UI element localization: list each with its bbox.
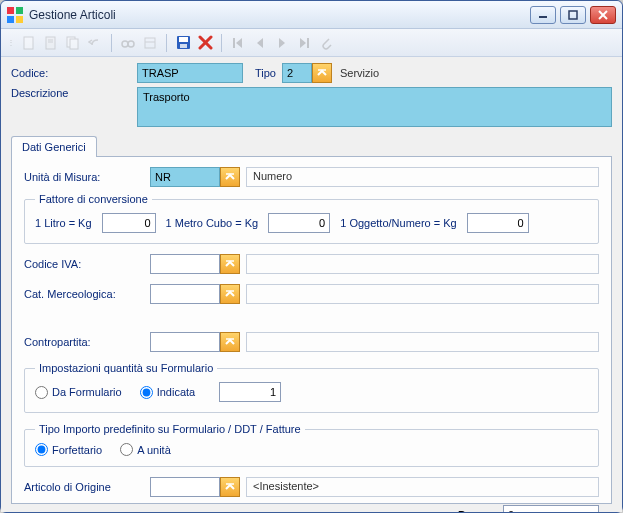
- radio-da-formulario-label: Da Formulario: [52, 386, 122, 398]
- iva-input[interactable]: [150, 254, 220, 274]
- copy-icon: [66, 36, 80, 50]
- descrizione-value: Trasporto: [143, 91, 190, 103]
- codice-label: Codice:: [11, 67, 137, 79]
- radio-indicata[interactable]: Indicata: [140, 386, 196, 399]
- radio-forfettario[interactable]: Forfettario: [35, 443, 102, 456]
- binoculars-icon: [121, 36, 135, 50]
- attachment-button[interactable]: [316, 33, 336, 53]
- first-record-button[interactable]: [228, 33, 248, 53]
- art-origine-lookup-button[interactable]: [220, 477, 240, 497]
- prev-record-button[interactable]: [250, 33, 270, 53]
- filter-button[interactable]: [140, 33, 160, 53]
- um-lookup-button[interactable]: [220, 167, 240, 187]
- contropartita-lookup-button[interactable]: [220, 332, 240, 352]
- lookup-icon: [224, 258, 236, 270]
- svg-rect-5: [46, 37, 55, 49]
- svg-point-11: [128, 41, 134, 47]
- art-origine-input[interactable]: [150, 477, 220, 497]
- paperclip-icon: [319, 36, 333, 50]
- contropartita-input[interactable]: [150, 332, 220, 352]
- toolbar-grip: ⋮: [7, 38, 15, 47]
- prezzo-input[interactable]: [503, 505, 599, 512]
- quantity-radio-row: Da Formulario Indicata: [35, 382, 588, 402]
- next-record-button[interactable]: [272, 33, 292, 53]
- radio-a-unita-label: A unità: [137, 444, 171, 456]
- last-record-button[interactable]: [294, 33, 314, 53]
- new-button[interactable]: [19, 33, 39, 53]
- catmerc-lookup-button[interactable]: [220, 284, 240, 304]
- svg-rect-12: [145, 38, 155, 48]
- toolbar-separator: [166, 34, 167, 52]
- contropartita-label: Contropartita:: [24, 336, 150, 348]
- radio-forfettario-input[interactable]: [35, 443, 48, 456]
- app-icon: [7, 7, 23, 23]
- radio-a-unita[interactable]: A unità: [120, 443, 171, 456]
- iva-description: [246, 254, 599, 274]
- close-icon: [598, 10, 608, 20]
- copy-button[interactable]: [63, 33, 83, 53]
- svg-rect-4: [24, 37, 33, 49]
- tipo-description: Servizio: [340, 67, 379, 79]
- open-icon: [44, 36, 58, 50]
- toolbar: ⋮: [1, 29, 622, 57]
- new-doc-icon: [22, 36, 36, 50]
- tab-dati-generici[interactable]: Dati Generici: [11, 136, 97, 157]
- art-origine-description: <Inesistente>: [246, 477, 599, 497]
- filter-icon: [143, 36, 157, 50]
- radio-a-unita-input[interactable]: [120, 443, 133, 456]
- codice-input[interactable]: [137, 63, 243, 83]
- tab-header: Dati Generici: [11, 135, 612, 156]
- svg-rect-9: [70, 39, 78, 49]
- maximize-button[interactable]: [560, 6, 586, 24]
- iva-lookup-button[interactable]: [220, 254, 240, 274]
- catmerc-row: Cat. Merceologica:: [24, 284, 599, 304]
- minimize-icon: [538, 10, 548, 20]
- codice-row: Codice: Tipo Servizio: [11, 63, 612, 83]
- save-icon: [176, 35, 191, 50]
- svg-rect-1: [569, 11, 577, 19]
- indicata-value-input[interactable]: [219, 382, 281, 402]
- litro-input[interactable]: [102, 213, 156, 233]
- quantity-group: Impostazioni quantità su Formulario Da F…: [24, 362, 599, 413]
- descrizione-label: Descrizione: [11, 87, 137, 99]
- conversion-legend: Fattore di conversione: [35, 193, 152, 205]
- metrocubo-input[interactable]: [268, 213, 330, 233]
- window-controls: [530, 6, 616, 24]
- catmerc-input[interactable]: [150, 284, 220, 304]
- svg-rect-16: [180, 44, 187, 48]
- save-button[interactable]: [173, 33, 193, 53]
- litro-label: 1 Litro = Kg: [35, 217, 92, 229]
- lookup-icon: [224, 171, 236, 183]
- content-area: Codice: Tipo Servizio Descrizione Traspo…: [1, 57, 622, 512]
- descrizione-input[interactable]: Trasporto: [137, 87, 612, 127]
- radio-da-formulario-input[interactable]: [35, 386, 48, 399]
- oggetto-input[interactable]: [467, 213, 529, 233]
- close-button[interactable]: [590, 6, 616, 24]
- tab-region: Dati Generici Unità di Misura: Numero: [11, 135, 612, 504]
- um-combo: [150, 167, 240, 187]
- um-label: Unità di Misura:: [24, 171, 150, 183]
- radio-indicata-input[interactable]: [140, 386, 153, 399]
- svg-marker-22: [279, 38, 285, 48]
- find-button[interactable]: [118, 33, 138, 53]
- tipo-input[interactable]: [282, 63, 312, 83]
- importo-group: Tipo Importo predefinito su Formulario /…: [24, 423, 599, 467]
- art-origine-row: Articolo di Origine <Inesistente>: [24, 477, 599, 497]
- minimize-button[interactable]: [530, 6, 556, 24]
- radio-forfettario-label: Forfettario: [52, 444, 102, 456]
- undo-icon: [88, 36, 102, 50]
- descrizione-row: Descrizione Trasporto: [11, 87, 612, 127]
- delete-button[interactable]: [195, 33, 215, 53]
- titlebar: Gestione Articoli: [1, 1, 622, 29]
- last-icon: [298, 37, 310, 49]
- undo-button[interactable]: [85, 33, 105, 53]
- tab-label: Dati Generici: [22, 141, 86, 153]
- toolbar-separator: [111, 34, 112, 52]
- um-input[interactable]: [150, 167, 220, 187]
- tab-body: Unità di Misura: Numero Fattore di conve…: [11, 156, 612, 504]
- radio-da-formulario[interactable]: Da Formulario: [35, 386, 122, 399]
- catmerc-label: Cat. Merceologica:: [24, 288, 150, 300]
- importo-radio-row: Forfettario A unità: [35, 443, 588, 456]
- open-button[interactable]: [41, 33, 61, 53]
- tipo-lookup-button[interactable]: [312, 63, 332, 83]
